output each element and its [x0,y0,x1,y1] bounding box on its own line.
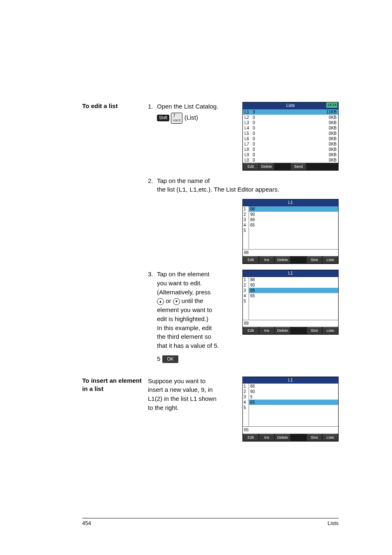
step3-l5: element you want to [157,305,235,314]
step3-l3: (Alternatively, press [157,288,235,297]
softkey [323,163,338,170]
step3-l7: In this example, edit [157,324,235,333]
insert-l4: to the right. [148,403,235,412]
step-num-1: 1. [148,102,157,111]
softkey: Delete [275,434,290,441]
softkey [275,163,290,170]
softkey: Lists [323,434,338,441]
screenshot-editor-2: L1123458890896589EditInsDeleteSizeLists [242,270,339,335]
step3-l1: Tap on the element [157,270,235,279]
heading-insert-element: To insert an element in a list [82,377,148,393]
softkey: Size [307,327,322,334]
softkey: Lists [323,327,338,334]
softkey: Send [291,163,306,170]
catalog-row: L800KB [243,147,338,152]
key-shift: Shift [157,115,169,121]
softkey: Ins [259,327,274,334]
softkey: Edit [243,163,258,170]
catalog-row: L900KB [243,152,338,157]
step1-text: Open the List Catalog. [157,102,235,111]
footer-title: Lists [327,520,339,526]
step3-l6: edit is highlighted.) [157,314,235,324]
down-arrow-icon: ▾ [173,298,180,305]
step-num-2: 2. [148,176,157,185]
softkey: Ins [259,434,274,441]
key-suffix: (List) [184,114,198,121]
step3-l8: the third element so [157,332,235,341]
five-text: 5 [157,355,160,362]
screenshot-editor-1: L1123458890896588EditInsDeleteSizeLists [242,199,339,264]
softkey: Delete [275,257,290,263]
key-7-list: 7List G [171,113,182,124]
step2-lead: Tap on the name of [157,176,339,185]
ok-softkey: OK [162,355,179,363]
catalog-row: L200KB [243,115,338,120]
heading-edit-list: To edit a list [82,102,148,110]
catalog-row: L400KB [243,125,338,131]
softkey [291,257,306,263]
softkey: Edit [243,434,258,441]
softkey [291,327,306,334]
step3-l4: ▴ or ▾ until the [157,296,235,305]
softkey: Ins [259,257,274,263]
insert-l3: L1(2) in the list L1 shown [148,394,235,403]
softkey [291,434,306,441]
catalog-row: L600KB [243,136,338,141]
softkey: Size [307,434,322,441]
softkey: Size [307,257,322,263]
softkey: Delete [259,163,274,170]
page-number: 454 [82,520,91,526]
softkey: Delete [275,327,290,334]
up-arrow-icon: ▴ [157,298,164,305]
screenshot-list-catalog: Lists18:24 L13.11KBL200KBL300KBL400KBL50… [242,102,339,171]
step3-l2: you want to edit. [157,279,235,288]
step-num-3: 3. [148,270,157,279]
softkey [307,163,322,170]
insert-l2: insert a new value, 9, in [148,385,235,394]
insert-l1: Suppose you want to [148,377,235,386]
step2-rest: the list (L1, L1,etc.). The List Editor … [157,185,339,195]
catalog-row: L300KB [243,120,338,125]
step3-l9: that it has a value of 5. [157,341,235,350]
catalog-row: L13.11KB [243,109,338,115]
catalog-row: L700KB [243,141,338,147]
catalog-row: L500KB [243,131,338,136]
softkey: Edit [243,257,258,263]
softkey: Edit [243,327,258,334]
screenshot-editor-3: L112345889056565EditInsDeleteSizeLists [242,377,339,442]
softkey: Lists [323,257,338,263]
catalog-row: L000KB [243,157,338,163]
